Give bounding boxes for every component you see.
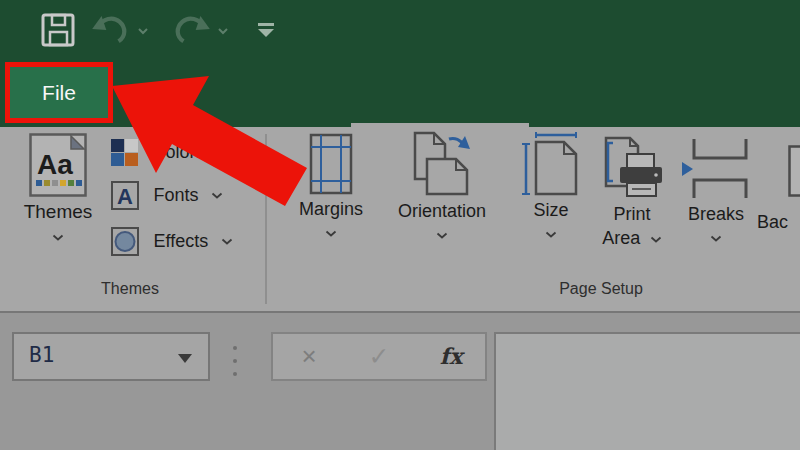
chevron-down-icon — [221, 238, 233, 245]
chevron-down-icon — [436, 232, 448, 239]
size-label: Size — [519, 200, 583, 221]
background-icon — [788, 145, 800, 197]
excel-window: Page Layout Home Insert Formulas Data Fi… — [0, 0, 800, 450]
name-box-dropdown-icon[interactable] — [178, 354, 192, 363]
orientation-button[interactable]: Orientation — [383, 131, 501, 240]
svg-text:Aa: Aa — [37, 149, 73, 180]
formula-bar-buttons: × ✓ fx — [271, 332, 487, 381]
size-icon — [522, 132, 580, 196]
undo-icon — [90, 14, 132, 46]
undo-button[interactable] — [90, 14, 132, 46]
theme-fonts-icon: A — [110, 180, 140, 211]
breaks-button[interactable]: Breaks — [680, 137, 752, 243]
tab-file[interactable]: File — [42, 81, 76, 105]
save-button[interactable] — [40, 12, 76, 48]
file-tab-highlight: File — [5, 62, 113, 123]
theme-effects-label: Effects — [153, 231, 208, 251]
theme-colors-label: Colors — [152, 142, 204, 162]
group-divider — [265, 134, 267, 304]
print-area-icon — [600, 136, 664, 200]
name-box[interactable]: B1 — [12, 332, 210, 381]
enter-button[interactable]: ✓ — [359, 334, 399, 379]
background-label: Bac — [757, 212, 788, 233]
redo-icon — [170, 14, 212, 46]
theme-effects-button[interactable]: Effects — [110, 226, 233, 257]
chevron-down-icon — [325, 230, 337, 237]
chevron-down-icon — [211, 192, 223, 199]
formula-bar-input[interactable] — [494, 332, 800, 450]
save-icon — [41, 12, 75, 48]
theme-effects-icon — [110, 226, 140, 257]
orientation-label: Orientation — [383, 201, 501, 222]
margins-label: Margins — [288, 199, 374, 220]
themes-button[interactable]: Aa Themes — [18, 133, 98, 241]
margins-button[interactable]: Margins — [288, 133, 374, 238]
redo-dropdown-button[interactable] — [216, 26, 230, 36]
themes-group-label: Themes — [70, 280, 190, 298]
page-setup-group-label: Page Setup — [540, 280, 662, 298]
chevron-down-icon — [137, 27, 149, 35]
insert-function-button[interactable]: fx — [431, 334, 471, 379]
print-area-label-line2: Area — [602, 228, 640, 248]
breaks-icon — [682, 137, 750, 200]
formula-bar-row: B1 × ✓ fx — [0, 311, 800, 450]
theme-colors-icon — [110, 138, 139, 167]
size-button[interactable]: Size — [519, 132, 583, 239]
svg-text:A: A — [117, 184, 133, 209]
print-area-label-line1: Print — [598, 204, 666, 225]
chevron-down-icon — [217, 27, 229, 35]
chevron-down-icon — [52, 234, 64, 241]
chevron-down-icon — [650, 236, 662, 243]
print-area-button[interactable]: Print Area — [598, 136, 666, 249]
theme-fonts-label: Fonts — [153, 185, 198, 205]
name-box-value: B1 — [29, 343, 54, 367]
cancel-button[interactable]: × — [289, 334, 329, 379]
ribbon: Aa Themes Colors — [0, 127, 800, 311]
undo-dropdown-button[interactable] — [136, 26, 150, 36]
breaks-label: Breaks — [680, 204, 752, 225]
ribbon-tab-bar: Page Layout Home Insert Formulas Data — [0, 60, 800, 127]
redo-button[interactable] — [170, 14, 212, 46]
theme-colors-button[interactable]: Colors — [110, 138, 204, 167]
chevron-down-icon — [545, 231, 557, 238]
customize-quick-access-toolbar-button[interactable] — [256, 22, 276, 39]
chevron-down-icon — [710, 235, 722, 242]
theme-fonts-button[interactable]: A Fonts — [110, 180, 223, 211]
orientation-icon — [412, 131, 472, 197]
title-bar — [0, 0, 800, 60]
formula-bar-separator — [233, 346, 237, 385]
background-button[interactable] — [788, 145, 800, 201]
themes-label: Themes — [18, 201, 98, 223]
margins-icon — [309, 133, 353, 195]
themes-icon: Aa — [29, 133, 87, 197]
customize-qat-icon — [256, 22, 276, 39]
